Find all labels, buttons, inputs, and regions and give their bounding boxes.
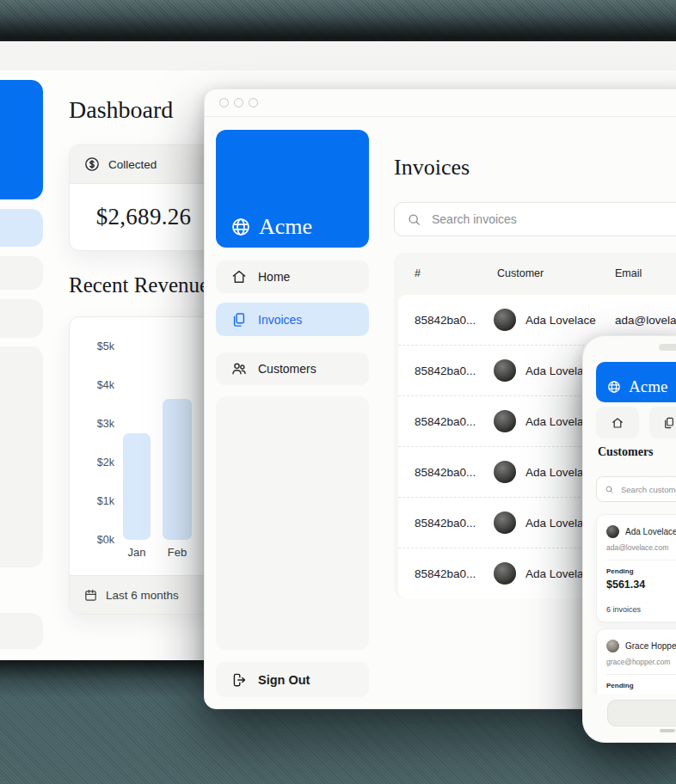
customer-avatar	[494, 359, 516, 382]
customer-email: grace@hopper.com	[606, 658, 676, 666]
invoice-id: 85842ba0...	[415, 466, 476, 479]
traffic-light-minimize[interactable]	[234, 98, 243, 107]
sidebar-placeholder-block	[216, 396, 369, 650]
bar-jan	[123, 433, 151, 540]
dashboard-sidebar-signout-placeholder[interactable]	[0, 613, 43, 649]
customer-name: Grace Hopper	[625, 641, 676, 651]
page-title-invoices: Invoices	[394, 155, 470, 181]
sidebar-item-label: Customers	[258, 362, 316, 376]
drag-handle	[659, 344, 676, 351]
customer-email: ada@lovelace.com	[615, 314, 676, 327]
bar-feb	[163, 399, 192, 540]
globe-icon	[606, 379, 622, 395]
sign-out-label: Sign Out	[258, 673, 310, 687]
search-icon	[407, 212, 421, 227]
column-header-email: Email	[615, 267, 642, 279]
column-header-id: #	[415, 267, 421, 279]
customer-avatar	[494, 309, 516, 331]
phone-page-title: Customers	[598, 445, 654, 459]
phone-nav-invoices[interactable]	[649, 407, 676, 438]
sidebar-item-customers[interactable]: Customers	[216, 352, 369, 385]
search-invoices-input[interactable]	[430, 211, 640, 227]
sidebar-item-invoices[interactable]: Invoices	[216, 303, 369, 336]
dollar-circle-icon	[83, 156, 101, 173]
brand-name: Acme	[259, 214, 312, 240]
chart-range-label: Last 6 months	[106, 589, 179, 602]
x-tick: Feb	[159, 546, 195, 560]
customer-avatar	[494, 410, 516, 432]
invoice-id: 85842ba0...	[415, 567, 476, 580]
browser-chrome-strip	[0, 41, 676, 71]
customer-avatar	[494, 562, 516, 585]
top-dark-band	[0, 0, 676, 41]
revenue-chart-card: $5k $4k $3k $2k $1k $0k Jan Feb Last 6 m…	[69, 316, 218, 615]
collected-amount: $2,689.26	[70, 184, 218, 250]
traffic-light-close[interactable]	[219, 98, 229, 107]
window-titlebar[interactable]	[205, 89, 676, 117]
status-label: Pending	[606, 567, 676, 575]
home-icon	[230, 268, 248, 285]
dashboard-page-title: Dashboard	[69, 96, 173, 124]
globe-icon	[230, 216, 252, 238]
search-customers-input[interactable]	[619, 484, 676, 495]
customer-avatar	[606, 640, 619, 652]
sidebar-item-label: Invoices	[258, 313, 302, 327]
invoice-id: 85842ba0...	[415, 314, 476, 327]
sidebar-item-label: Home	[258, 270, 290, 284]
table-header: # Customer Email	[394, 253, 676, 295]
column-header-customer: Customer	[497, 267, 544, 279]
phone-customers-search[interactable]	[596, 476, 676, 502]
pending-amount: $561.34	[606, 579, 676, 591]
customer-avatar	[494, 461, 516, 483]
invoices-search[interactable]	[394, 202, 676, 236]
dashboard-sidebar-logo	[0, 80, 43, 199]
collected-card: Collected $2,689.26	[69, 144, 218, 251]
customer-avatar	[606, 525, 619, 538]
home-indicator	[660, 729, 675, 732]
customer-email: ada@lovelace.com	[606, 543, 676, 552]
invoice-id: 85842ba0...	[415, 517, 476, 530]
divider	[606, 560, 676, 560]
customer-name: Ada Lovelace	[625, 527, 676, 536]
invoice-id: 85842ba0...	[415, 415, 476, 428]
customers-icon	[230, 360, 248, 377]
customer-name: Ada Lovelace	[525, 314, 596, 327]
phone-brand-card: Acme	[596, 362, 676, 402]
phone-bottom-area	[584, 695, 676, 741]
status-label: Pending	[606, 682, 676, 689]
brand-card: Acme	[216, 130, 369, 248]
phone-panel: Acme Customers	[582, 335, 676, 743]
phone-bottom-input[interactable]	[607, 700, 676, 726]
sign-out-button[interactable]: Sign Out	[216, 662, 369, 697]
phone-nav-home[interactable]	[596, 407, 639, 438]
customer-avatar	[494, 511, 516, 534]
home-icon	[611, 416, 624, 430]
bar-chart-plot	[70, 346, 218, 540]
dashboard-sidebar-item[interactable]	[0, 299, 43, 338]
recent-revenue-title: Recent Revenue	[69, 273, 209, 297]
dashboard-sidebar-placeholder	[0, 346, 43, 567]
brand-name: Acme	[629, 377, 667, 396]
collected-label: Collected	[108, 158, 157, 171]
dashboard-sidebar-active-item[interactable]	[0, 209, 43, 247]
screenshot-canvas: Dashboard Collected $2,689.26 Recent Rev…	[0, 0, 676, 784]
invoice-id: 85842ba0...	[415, 364, 476, 377]
x-tick: Jan	[120, 546, 154, 560]
search-icon	[605, 485, 614, 494]
invoices-icon	[662, 416, 676, 430]
calendar-icon	[83, 588, 98, 603]
chart-range-footer[interactable]: Last 6 months	[70, 575, 218, 614]
invoice-count: 6 invoices	[606, 605, 676, 614]
traffic-light-zoom[interactable]	[249, 98, 258, 107]
sidebar-item-home[interactable]: Home	[216, 260, 369, 293]
dashboard-sidebar-item[interactable]	[0, 256, 43, 290]
sign-out-icon	[230, 671, 248, 689]
invoices-icon	[230, 311, 248, 328]
customer-card[interactable]: Ada Lovelace ada@lovelace.com Pending $5…	[596, 514, 676, 622]
divider	[606, 674, 676, 675]
